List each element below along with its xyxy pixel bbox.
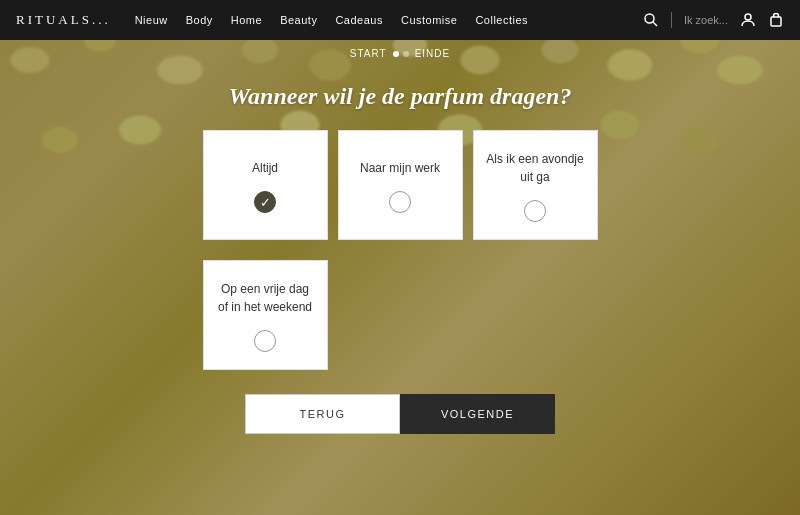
option-evening-radio	[524, 200, 546, 222]
progress-end: EINDE	[415, 48, 451, 59]
nav-beauty[interactable]: Beauty	[280, 14, 317, 26]
nav-body[interactable]: Body	[186, 14, 213, 26]
option-evening[interactable]: Als ik een avondje uit ga	[473, 130, 598, 240]
navbar-actions: Ik zoek...	[643, 12, 784, 28]
progress-bar: START EINDE	[350, 48, 450, 59]
search-button[interactable]	[643, 12, 659, 28]
search-divider	[671, 12, 672, 28]
option-freeday[interactable]: Op een vrije dag of in het weekend	[203, 260, 328, 370]
svg-rect-3	[771, 17, 781, 26]
option-always-radio: ✓	[254, 191, 276, 213]
back-button[interactable]: TERUG	[245, 394, 400, 434]
progress-dot-1	[393, 51, 399, 57]
option-freeday-radio	[254, 330, 276, 352]
bag-icon	[768, 12, 784, 28]
user-icon	[740, 12, 756, 28]
option-work[interactable]: Naar mijn werk	[338, 130, 463, 240]
svg-point-0	[645, 14, 654, 23]
svg-line-1	[653, 22, 657, 26]
option-freeday-label: Op een vrije dag of in het weekend	[216, 280, 315, 316]
progress-dots	[393, 51, 409, 57]
progress-dot-2	[403, 51, 409, 57]
option-evening-label: Als ik een avondje uit ga	[486, 150, 585, 186]
option-always[interactable]: Altijd ✓	[203, 130, 328, 240]
next-button[interactable]: VOLGENDE	[400, 394, 555, 434]
svg-point-2	[745, 14, 751, 20]
quiz-content: START EINDE Wanneer wil je de parfum dra…	[0, 40, 800, 515]
nav-customise[interactable]: Customise	[401, 14, 457, 26]
navbar: RITUALS... Nieuw Body Home Beauty Cadeau…	[0, 0, 800, 40]
action-buttons: TERUG VOLGENDE	[245, 394, 555, 434]
options-grid: Altijd ✓ Naar mijn werk Als ik een avond…	[203, 130, 598, 250]
option-work-label: Naar mijn werk	[360, 159, 440, 177]
quiz-question: Wanneer wil je de parfum dragen?	[229, 83, 572, 110]
check-icon: ✓	[260, 196, 271, 209]
option-work-radio	[389, 191, 411, 213]
nav-links: Nieuw Body Home Beauty Cadeaus Customise…	[135, 14, 643, 26]
nav-home[interactable]: Home	[231, 14, 262, 26]
progress-start: START	[350, 48, 387, 59]
account-button[interactable]	[740, 12, 756, 28]
nav-cadeaus[interactable]: Cadeaus	[335, 14, 383, 26]
nav-collecties[interactable]: Collecties	[475, 14, 528, 26]
option-always-label: Altijd	[252, 159, 278, 177]
search-placeholder[interactable]: Ik zoek...	[684, 14, 728, 26]
nav-nieuw[interactable]: Nieuw	[135, 14, 168, 26]
brand-logo[interactable]: RITUALS...	[16, 12, 111, 28]
search-icon	[643, 12, 659, 28]
cart-button[interactable]	[768, 12, 784, 28]
options-row2: Op een vrije dag of in het weekend	[203, 260, 598, 370]
